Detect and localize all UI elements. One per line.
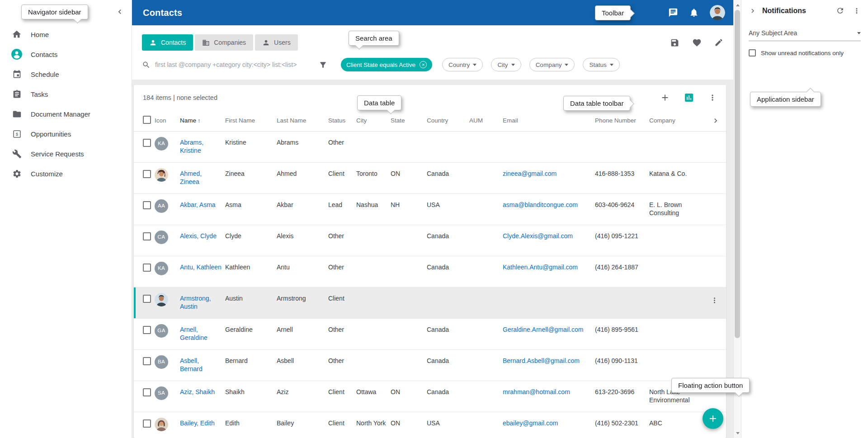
column-header-phone[interactable]: Phone Number xyxy=(595,110,649,131)
contact-name-link[interactable]: Ahmed, Zineea xyxy=(180,170,202,185)
contact-name-link[interactable]: Abrams, Kristine xyxy=(180,139,203,154)
table-row[interactable]: Armstrong, Austin Austin Armstrong Clien… xyxy=(134,287,726,318)
chat-icon[interactable] xyxy=(668,8,678,18)
sidebar-item-document-manager[interactable]: Document Manager xyxy=(0,104,132,124)
column-header-email[interactable]: Email xyxy=(503,110,595,131)
contact-name-link[interactable]: Bailey, Edith xyxy=(180,419,215,427)
edit-search-icon[interactable] xyxy=(714,38,723,47)
cell-last-name: Bailey xyxy=(277,412,328,438)
company-filter-dropdown[interactable]: Company xyxy=(529,58,575,71)
city-filter-dropdown[interactable]: City xyxy=(491,58,521,71)
contact-name-link[interactable]: Asbell, Bernard xyxy=(180,357,203,372)
cell-email-link[interactable]: ebailey@gmail.com xyxy=(503,419,558,427)
cell-email-link[interactable]: mrahman@hotmail.com xyxy=(503,388,570,396)
column-header-icon[interactable]: Icon xyxy=(155,110,180,131)
unread-checkbox[interactable] xyxy=(749,49,756,57)
cell-email-link[interactable]: Clyde.Alexis@gmail.com xyxy=(503,232,573,240)
table-row[interactable]: Bailey, Edith Edith Bailey Client North … xyxy=(134,412,726,438)
tab-companies[interactable]: Companies xyxy=(195,34,253,51)
subject-area-select[interactable]: Any Subject Area xyxy=(749,29,861,41)
filter-chip[interactable]: Client State equals Active × xyxy=(341,58,432,71)
row-checkbox[interactable] xyxy=(143,232,151,240)
sidebar-item-tasks[interactable]: Tasks xyxy=(0,84,132,104)
row-checkbox[interactable] xyxy=(143,295,151,303)
country-filter-dropdown[interactable]: Country xyxy=(442,58,483,71)
user-avatar[interactable] xyxy=(710,5,725,20)
column-header-city[interactable]: City xyxy=(356,110,391,131)
cell-email-link[interactable]: Geraldine.Arnell@gmail.com xyxy=(503,326,583,333)
remove-chip-icon[interactable]: × xyxy=(420,61,427,68)
expand-sidebar-icon[interactable] xyxy=(749,7,757,15)
cell-first-name: Bernard xyxy=(225,349,277,381)
contact-name-link[interactable]: Armstrong, Austin xyxy=(180,295,211,310)
contact-name-link[interactable]: Aziz, Shaikh xyxy=(180,388,215,396)
row-checkbox[interactable] xyxy=(143,357,151,365)
contact-name-link[interactable]: Alexis, Clyde xyxy=(180,232,217,240)
scrollbar-thumb[interactable] xyxy=(735,10,740,338)
cell-email-link[interactable]: Bernard.Asbell@gmail.com xyxy=(503,357,580,364)
row-checkbox[interactable] xyxy=(143,139,151,147)
callout-application-sidebar: Application sidebar xyxy=(750,92,821,107)
row-checkbox[interactable] xyxy=(143,264,151,272)
tab-users[interactable]: Users xyxy=(255,34,298,51)
table-row[interactable]: BA Asbell, Bernard Bernard Asbell Other … xyxy=(134,349,726,381)
column-header-first-name[interactable]: First Name xyxy=(225,110,277,131)
scroll-down-arrow[interactable] xyxy=(734,429,742,437)
select-all-checkbox[interactable] xyxy=(143,116,151,124)
row-checkbox[interactable] xyxy=(143,201,151,209)
table-row[interactable]: KA Antu, Kathleen Kathleen Antu Other Ca… xyxy=(134,256,726,287)
column-header-company[interactable]: Company xyxy=(649,110,709,131)
vertical-scrollbar[interactable] xyxy=(733,0,741,438)
save-search-icon[interactable] xyxy=(670,38,679,47)
contact-name-link[interactable]: Arnell, Geraldine xyxy=(180,326,208,341)
row-checkbox[interactable] xyxy=(143,326,151,334)
notifications-bell-icon[interactable] xyxy=(689,8,699,18)
collapse-navigator-icon[interactable] xyxy=(115,7,124,16)
table-row[interactable]: KA Abrams, Kristine Kristine Abrams Othe… xyxy=(134,131,726,162)
cell-email-link[interactable]: asma@blanditcongue.com xyxy=(503,201,578,208)
column-header-state[interactable]: State xyxy=(391,110,427,131)
scroll-up-arrow[interactable] xyxy=(734,1,742,9)
table-row[interactable]: Ahmed, Zineea Zineea Ahmed Client Toront… xyxy=(134,162,726,193)
unread-filter[interactable]: Show unread notifications only xyxy=(749,49,861,57)
sidebar-menu-icon[interactable] xyxy=(853,7,861,15)
add-record-button[interactable] xyxy=(660,93,670,103)
row-checkbox[interactable] xyxy=(143,170,151,178)
column-header-name[interactable]: Name↑ xyxy=(180,110,225,131)
sidebar-item-contacts[interactable]: Contacts xyxy=(0,44,132,64)
favorite-icon[interactable] xyxy=(692,38,702,47)
cell-email-link[interactable]: zineea@gmail.com xyxy=(503,170,557,177)
cell-state: ON xyxy=(391,162,427,193)
scroll-columns-right-icon[interactable] xyxy=(709,116,722,125)
status-filter-dropdown[interactable]: Status xyxy=(583,58,619,71)
chart-view-button[interactable] xyxy=(684,92,694,103)
contact-name-link[interactable]: Antu, Kathleen xyxy=(180,264,222,271)
column-header-aum[interactable]: AUM xyxy=(469,110,503,131)
table-row[interactable]: SA Aziz, Shaikh Shaikh Aziz Client Ottaw… xyxy=(134,381,726,412)
table-row[interactable]: CA Alexis, Clyde Clyde Alexis Other Cana… xyxy=(134,225,726,256)
floating-action-button[interactable] xyxy=(703,408,723,429)
row-checkbox[interactable] xyxy=(143,388,151,396)
tab-contacts[interactable]: Contacts xyxy=(142,34,193,51)
sidebar-item-home[interactable]: Home xyxy=(0,24,132,44)
table-row[interactable]: GA Arnell, Geraldine Geraldine Arnell Ot… xyxy=(134,318,726,349)
row-menu-icon[interactable] xyxy=(710,296,719,305)
contact-name-link[interactable]: Akbar, Asma xyxy=(180,201,216,208)
table-row[interactable]: AA Akbar, Asma Asma Akbar Lead Nashua NH… xyxy=(134,193,726,225)
cell-email-link[interactable]: Kathleen.Antu@gmail.com xyxy=(503,264,578,271)
sidebar-item-service-requests[interactable]: Service Requests xyxy=(0,144,132,164)
column-header-last-name[interactable]: Last Name xyxy=(277,110,328,131)
refresh-icon[interactable] xyxy=(836,6,844,15)
sidebar-item-schedule[interactable]: Schedule xyxy=(0,64,132,84)
cell-status: Other xyxy=(328,225,356,256)
filter-funnel-icon[interactable] xyxy=(319,61,327,69)
column-header-status[interactable]: Status xyxy=(328,110,356,131)
sidebar-item-opportunities[interactable]: $ Opportunities xyxy=(0,124,132,144)
cell-country: Canada xyxy=(427,225,469,256)
row-checkbox[interactable] xyxy=(143,419,151,428)
sidebar-item-customize[interactable]: Customize xyxy=(0,164,132,184)
cell-country: Canada xyxy=(427,256,469,287)
search-input[interactable] xyxy=(155,61,312,68)
table-menu-button[interactable] xyxy=(708,93,717,102)
column-header-country[interactable]: Country xyxy=(427,110,469,131)
